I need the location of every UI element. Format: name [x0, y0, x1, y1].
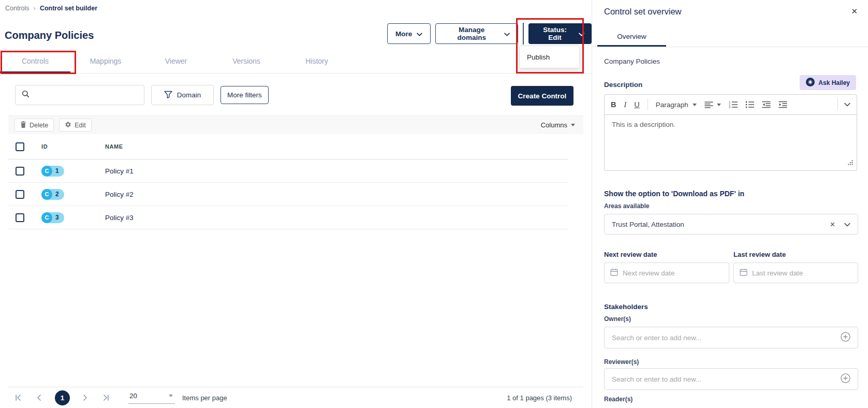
edit-button-label: Edit	[75, 122, 86, 129]
divider	[592, 47, 868, 47]
indent-button[interactable]	[778, 101, 787, 108]
page-number-button[interactable]: 1	[55, 390, 70, 405]
search-icon	[22, 90, 30, 100]
table-row[interactable]: C1 Policy #1	[8, 159, 568, 183]
bulk-actions-bar: Delete Edit Columns	[8, 115, 583, 134]
first-page-button[interactable]	[14, 394, 22, 401]
row-checkbox[interactable]	[16, 213, 24, 222]
manage-domains-label: Manage domains	[444, 26, 499, 41]
breadcrumb: Controls › Control set builder	[5, 4, 97, 12]
ordered-list-button[interactable]: 123	[729, 101, 738, 108]
manage-domains-button[interactable]: Manage domains	[435, 23, 518, 44]
hailey-logo-icon	[806, 78, 815, 88]
breadcrumb-control-set-builder: Control set builder	[40, 5, 97, 12]
control-set-builder-page: Controls › Control set builder Company P…	[0, 0, 868, 408]
add-circle-icon[interactable]	[841, 373, 850, 385]
caret-down-icon	[693, 104, 697, 106]
table-row[interactable]: C3 Policy #3	[8, 206, 568, 229]
badge-number: 1	[55, 167, 59, 174]
control-id-badge: C1	[41, 166, 64, 177]
control-name[interactable]: Policy #3	[105, 214, 568, 222]
control-name[interactable]: Policy #1	[105, 167, 568, 175]
add-circle-icon[interactable]	[841, 332, 850, 344]
chevron-down-icon	[504, 30, 510, 38]
close-icon[interactable]: ✕	[851, 7, 858, 16]
last-review-date-label: Last review date	[733, 251, 786, 258]
reviewers-field[interactable]	[604, 368, 858, 390]
items-per-page-label: Items per page	[182, 394, 227, 402]
last-review-date-field[interactable]	[733, 263, 858, 283]
bullet-list-button[interactable]	[745, 101, 754, 108]
control-name[interactable]: Policy #2	[105, 191, 568, 198]
owners-field[interactable]	[604, 327, 858, 348]
chevron-down-icon	[417, 30, 422, 38]
status-edit-button[interactable]: Status: Edit	[528, 23, 592, 44]
tab-controls[interactable]: Controls	[0, 50, 70, 73]
description-editor[interactable]: This is a description.	[604, 114, 857, 171]
gear-icon	[65, 121, 71, 129]
clear-selection-icon[interactable]: ✕	[830, 221, 835, 228]
divider	[523, 23, 524, 45]
tab-history[interactable]: History	[282, 50, 352, 73]
columns-dropdown[interactable]: Columns	[541, 121, 575, 129]
owners-label: Owner(s)	[604, 315, 631, 323]
next-page-button[interactable]	[81, 394, 89, 401]
more-button-label: More	[395, 30, 412, 38]
pagination-bar: 1 20 Items per page 1 of 1 pages (3 item…	[8, 387, 583, 408]
owners-input[interactable]	[612, 334, 841, 342]
outdent-button[interactable]	[762, 101, 771, 108]
table-row[interactable]: C2 Policy #2	[8, 183, 568, 206]
select-all-checkbox[interactable]	[16, 142, 24, 151]
tab-versions[interactable]: Versions	[211, 50, 282, 73]
columns-label: Columns	[541, 121, 567, 129]
tab-overview[interactable]: Overview	[597, 28, 666, 47]
ask-hailey-button[interactable]: Ask Hailey	[800, 75, 856, 90]
controls-table: ID NAME C1 Policy #1 C2 Policy #2 C3 Pol…	[8, 134, 568, 229]
search-input[interactable]	[34, 91, 138, 99]
reviewers-input[interactable]	[612, 375, 841, 383]
badge-number: 2	[55, 191, 59, 198]
more-filters-button[interactable]: More filters	[220, 86, 269, 104]
italic-button[interactable]: I	[624, 100, 626, 109]
paragraph-style-dropdown[interactable]: Paragraph	[656, 101, 697, 109]
reviewers-label: Reviewer(s)	[604, 358, 639, 366]
main-area: Controls › Control set builder Company P…	[0, 0, 592, 408]
last-review-date-input[interactable]	[752, 269, 852, 277]
bold-button[interactable]: B	[611, 100, 616, 109]
toolbar-more-chevron-icon[interactable]	[844, 103, 850, 107]
row-checkbox[interactable]	[16, 190, 24, 199]
next-review-date-field[interactable]	[604, 263, 729, 283]
create-control-button[interactable]: Create Control	[511, 86, 573, 106]
domain-filter-button[interactable]: Domain	[151, 85, 214, 105]
areas-available-select[interactable]: Trust Portal, Attestation ✕	[604, 214, 858, 235]
align-left-dropdown[interactable]	[704, 101, 721, 108]
edit-button[interactable]: Edit	[59, 119, 92, 132]
delete-button-label: Delete	[30, 122, 48, 129]
panel-title: Control set overview	[604, 7, 681, 17]
page-size-select[interactable]: 20	[128, 392, 175, 404]
pagination-summary: 1 of 1 pages (3 items)	[507, 394, 572, 402]
next-review-date-input[interactable]	[623, 269, 723, 277]
more-button[interactable]: More	[387, 23, 431, 44]
previous-page-button[interactable]	[36, 394, 43, 401]
table-header-row: ID NAME	[8, 134, 568, 159]
control-id-badge: C3	[41, 212, 64, 223]
filter-funnel-icon	[164, 91, 172, 100]
tab-mappings[interactable]: Mappings	[70, 50, 141, 73]
next-review-date-label: Next review date	[604, 251, 657, 258]
caret-down-icon	[717, 104, 721, 106]
resize-grip-icon[interactable]	[848, 159, 853, 167]
underline-button[interactable]: U	[634, 100, 639, 109]
breadcrumb-controls[interactable]: Controls	[5, 5, 30, 12]
delete-button[interactable]: Delete	[14, 119, 54, 132]
areas-available-label: Areas available	[604, 202, 649, 210]
chevron-right-icon: ›	[34, 4, 36, 12]
last-page-button[interactable]	[102, 394, 110, 401]
search-field[interactable]	[15, 85, 144, 105]
chevron-down-icon[interactable]	[844, 221, 850, 228]
trash-icon	[20, 121, 26, 129]
row-checkbox[interactable]	[16, 167, 24, 176]
tab-viewer[interactable]: Viewer	[141, 50, 211, 73]
areas-available-value: Trust Portal, Attestation	[612, 221, 684, 228]
badge-prefix: C	[41, 166, 52, 177]
